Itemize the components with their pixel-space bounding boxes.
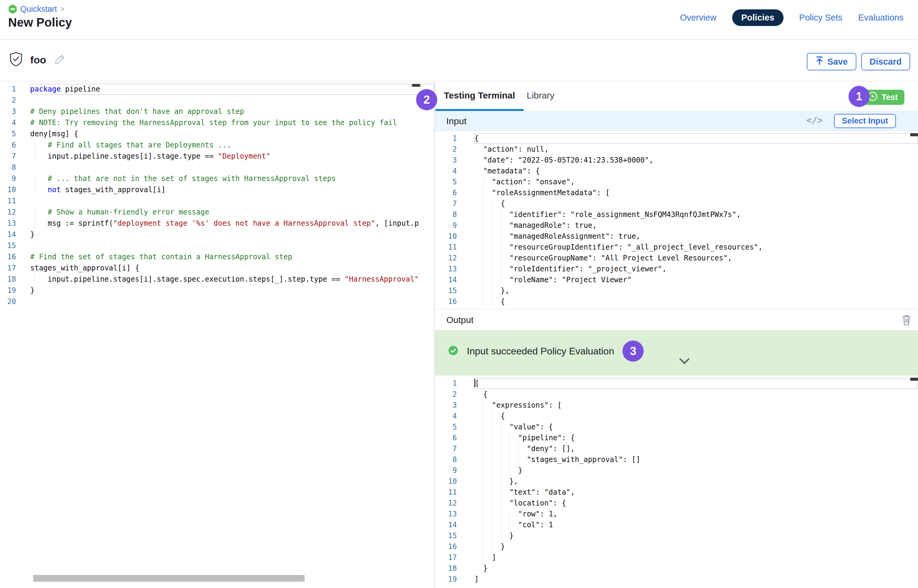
code-line: 3"date": "2022-05-05T20:41:23.538+0000",: [435, 155, 918, 166]
page-header: Quickstart > New Policy Overview Policie…: [0, 0, 918, 40]
annotation-badge-3: 3: [622, 341, 643, 362]
code-line: 5"value": {: [435, 422, 918, 432]
code-line: 13"row": 1,: [435, 509, 918, 519]
code-line: 10not stages_with_approval[i]: [0, 184, 434, 195]
code-line: 7{: [435, 198, 918, 209]
code-line: 5"action": "onsave",: [435, 176, 918, 187]
breadcrumb-quickstart-link[interactable]: Quickstart: [20, 5, 57, 14]
policy-shield-check-icon: [9, 52, 23, 68]
discard-button-label: Discard: [870, 57, 902, 67]
code-line: 14"roleName": "Project Viewer": [435, 275, 918, 285]
new-policy-page: Quickstart > New Policy Overview Policie…: [0, 0, 918, 588]
tab-testing-terminal[interactable]: Testing Terminal: [444, 90, 515, 101]
code-line: 2"action": null,: [435, 144, 918, 155]
save-upload-icon: [815, 56, 824, 67]
code-line: 19]: [435, 574, 918, 585]
code-line: 15: [0, 240, 434, 251]
code-line: 3# Deny pipelines that don't have an app…: [0, 106, 434, 117]
policy-name: foo: [30, 54, 46, 66]
code-line: 9# ... that are not in the set of stages…: [0, 173, 434, 184]
input-pane-title: Input: [446, 116, 467, 126]
code-line: 14"col": 1: [435, 519, 918, 530]
code-line: 10},: [435, 476, 918, 487]
code-line: 15},: [435, 285, 918, 296]
success-check-icon: [448, 346, 458, 357]
test-button-label: Test: [881, 93, 898, 102]
policy-toolbar: foo Save Discard: [0, 40, 918, 81]
code-line: 16# Find the set of stages that contain …: [0, 251, 434, 263]
code-line: 16}: [435, 541, 918, 552]
input-editor-scrollbar-thumb[interactable]: [910, 133, 918, 136]
code-line: 11"text": "data",: [435, 487, 918, 498]
code-line: 17stages_with_approval[i] {: [0, 263, 434, 274]
policy-editor-horizontal-scrollbar[interactable]: [33, 575, 305, 582]
code-line: 19}: [0, 285, 434, 296]
save-button[interactable]: Save: [807, 53, 857, 70]
code-line: 9"managedRole": true,: [435, 220, 918, 231]
save-button-label: Save: [827, 57, 848, 67]
code-line: 1package pipeline: [0, 84, 434, 95]
code-line: 20: [0, 296, 434, 307]
code-line: 2{: [435, 389, 918, 400]
nav-item-policy-sets[interactable]: Policy Sets: [799, 13, 842, 23]
policy-code-editor[interactable]: 1package pipeline23# Deny pipelines that…: [0, 81, 434, 588]
code-line: 4# NOTE: Try removing the HarnessApprova…: [0, 117, 434, 128]
code-line: 1[: [435, 378, 918, 389]
expand-chevron-down-icon[interactable]: [679, 358, 690, 366]
banner-row: Input succeeded Policy Evaluation 3: [448, 341, 643, 362]
code-line: 2: [0, 95, 434, 106]
clear-output-trash-icon[interactable]: [900, 313, 913, 328]
code-line: 12# Show a human-friendly error message: [0, 207, 434, 218]
code-line: 15}: [435, 530, 918, 541]
code-line: 1{: [435, 133, 918, 144]
policy-identity: foo: [9, 52, 66, 68]
code-view-icon[interactable]: </>: [806, 115, 823, 125]
breadcrumb-chevron-icon: >: [60, 5, 65, 14]
testing-panel: 2 Testing Terminal Library 1 Test Inpu: [435, 81, 918, 588]
output-pane-header: Output: [435, 309, 918, 330]
discard-button[interactable]: Discard: [861, 53, 910, 70]
evaluation-result-banner: Input succeeded Policy Evaluation 3: [435, 330, 918, 376]
code-line: 17]: [435, 552, 918, 563]
annotation-badge-2: 2: [416, 89, 437, 110]
tab-library[interactable]: Library: [527, 90, 554, 101]
nav-item-evaluations[interactable]: Evaluations: [858, 13, 903, 23]
code-line: 13msg := sprintf("deployment stage '%s' …: [0, 218, 434, 229]
top-nav: Overview Policies Policy Sets Evaluation…: [680, 9, 903, 26]
code-line: 4{: [435, 410, 918, 422]
code-line: 4"metadata": {: [435, 166, 918, 176]
edit-pencil-icon[interactable]: [53, 53, 66, 67]
code-line: 10"managedRoleAssignment": true,: [435, 231, 918, 242]
banner-message: Input succeeded Policy Evaluation: [467, 346, 614, 357]
annotation-badge-1: 1: [849, 86, 870, 107]
workspace: 1package pipeline23# Deny pipelines that…: [0, 81, 918, 588]
testing-tabbar: 2 Testing Terminal Library 1 Test: [435, 81, 918, 111]
page-title: New Policy: [8, 16, 72, 29]
input-json-editor[interactable]: 1{2"action": null,3"date": "2022-05-05T2…: [435, 131, 918, 309]
code-line: 6"roleAssignmentMetadata": [: [435, 187, 918, 198]
code-line: 3"expressions": [: [435, 400, 918, 410]
code-line: 12"resourceGroupName": "All Project Leve…: [435, 253, 918, 263]
select-input-button[interactable]: Select Input: [834, 114, 896, 128]
harness-logo-icon: [8, 4, 17, 14]
code-line: 11: [0, 195, 434, 207]
toolbar-actions: Save Discard: [807, 53, 910, 70]
code-line: 11"resourceGroupIdentifier": "_all_proje…: [435, 242, 918, 253]
code-line: 8: [0, 162, 434, 173]
policy-editor-scrollbar-thumb[interactable]: [412, 84, 420, 87]
code-line: 12"location": {: [435, 498, 918, 509]
output-pane-title: Output: [446, 315, 474, 325]
output-editor-scrollbar-thumb[interactable]: [910, 378, 918, 381]
code-line: 7"deny": [],: [435, 443, 918, 454]
code-line: 18input.pipeline.stages[i].stage.spec.ex…: [0, 274, 434, 285]
output-json-editor[interactable]: 1[2{3"expressions": [4{5"value": {6"pipe…: [435, 376, 918, 588]
nav-item-overview[interactable]: Overview: [680, 13, 716, 23]
code-line: 8"stages_with_approval": []: [435, 454, 918, 465]
code-line: 5deny[msg] {: [0, 128, 434, 140]
code-line: 16{: [435, 296, 918, 307]
breadcrumb: Quickstart >: [8, 4, 65, 14]
code-line: 8"identifier": "role_assignment_NsFQM43R…: [435, 209, 918, 220]
code-line: 9}: [435, 465, 918, 476]
nav-item-policies[interactable]: Policies: [732, 10, 784, 26]
code-line: 6"pipeline": {: [435, 432, 918, 443]
